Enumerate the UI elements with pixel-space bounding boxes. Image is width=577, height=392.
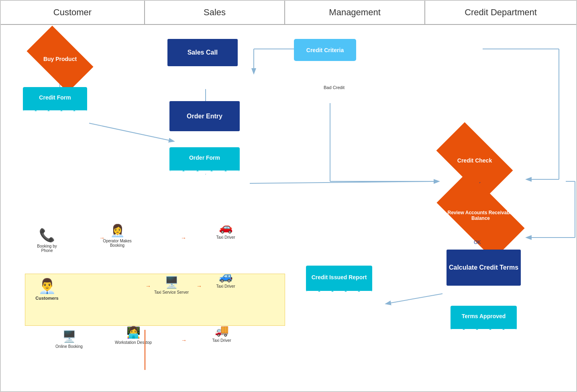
arrow-server-to-taxidriver2: →: [196, 283, 202, 289]
taxi-driver1-icon: 🚗 Taxi Driver: [210, 221, 242, 240]
sales-call-shape: Sales Call: [167, 39, 238, 66]
bad-credit-label: Bad Credit: [318, 85, 350, 90]
calculate-credit-shape: Calculate Credit Terms: [447, 250, 521, 286]
arrow-operator-to-taxi: →: [181, 235, 186, 241]
review-accounts-shape: Review Accounts Receivable Balance: [440, 193, 521, 238]
svg-line-1: [89, 123, 173, 141]
order-entry-shape: Order Entry: [169, 101, 240, 131]
terms-approved-shape: Terms Approved: [451, 306, 517, 330]
arrow-workstation-to-taxidriver3: →: [181, 337, 187, 343]
booking-by-phone-icon: 📞 Booking by Phone: [31, 227, 63, 253]
ok2-label: OK: [474, 240, 481, 245]
lanes-header: Customer Sales Management Credit Departm…: [1, 1, 576, 25]
online-booking-icon: 🖥️ Online Booking: [53, 330, 85, 349]
order-form-shape: Order Form: [169, 147, 240, 171]
arrow-customers-to-server: →: [145, 283, 151, 289]
lane-header-management: Management: [285, 1, 425, 24]
diagram-container: Customer Sales Management Credit Departm…: [0, 0, 577, 392]
taxi-driver3-icon: 🚚 Taxi Driver: [206, 324, 238, 343]
svg-line-14: [386, 294, 442, 304]
buy-product-shape: Buy Product: [31, 41, 89, 77]
lane-header-customer: Customer: [1, 1, 145, 24]
credit-criteria-shape: Credit Criteria: [294, 39, 356, 61]
customers-icon: 👨‍💼 Customers: [31, 278, 63, 301]
credit-check-shape: Credit Check: [440, 140, 509, 181]
vertical-orange-line: [145, 330, 145, 370]
lane-header-sales: Sales: [145, 1, 285, 24]
workstation-desktop-icon: 👩‍💻 Workstation Desktop: [113, 326, 153, 345]
lane-header-credit: Credit Department: [425, 1, 576, 24]
credit-issued-shape: Credit Issued Report: [306, 266, 372, 292]
svg-line-4: [250, 181, 438, 183]
arrow-booking-to-operator: →: [99, 235, 105, 241]
taxi-driver2-icon: 🚙 Taxi Driver: [210, 270, 242, 288]
credit-form-shape: Credit Form: [23, 87, 87, 111]
taxi-service-server-icon: 🖥️ Taxi Service Server: [151, 276, 192, 295]
